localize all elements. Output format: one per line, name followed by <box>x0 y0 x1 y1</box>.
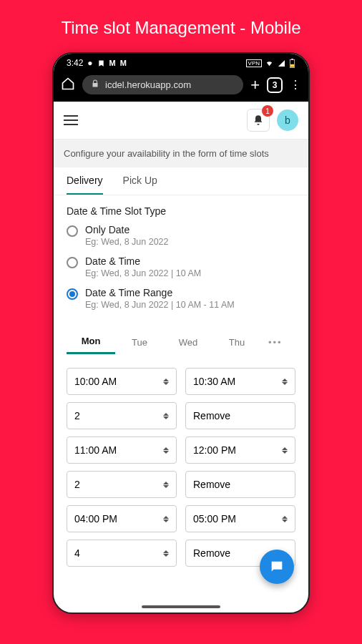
slot-remove-button[interactable]: Remove <box>185 402 295 429</box>
slot-end-value: 12:00 PM <box>193 444 236 456</box>
radio-icon <box>67 225 78 237</box>
browser-toolbar: icdel.herokuapp.com + 3 ⋮ <box>54 69 308 102</box>
bell-icon <box>253 114 264 126</box>
slot-qty-value: 4 <box>74 547 80 559</box>
info-strip: Configure your availability in the form … <box>54 140 308 167</box>
app-header: 1 b <box>54 102 308 140</box>
chat-icon <box>269 559 285 575</box>
phone-frame: 3:42 ● M M VPN <box>52 52 310 614</box>
day-tab-wed[interactable]: Wed <box>164 331 212 353</box>
stepper-icon <box>163 482 169 488</box>
radio-date-time-range[interactable]: Date & Time Range Eg: Wed, 8 Jun 2022 | … <box>67 287 295 310</box>
slot-end-value: 05:00 PM <box>193 513 236 525</box>
slot-qty-value: 2 <box>74 410 80 421</box>
slot-type-section: Date & Time Slot Type Only Date Eg: Wed,… <box>54 195 308 324</box>
day-tab-mon[interactable]: Mon <box>67 330 115 354</box>
slot-start-select[interactable]: 10:00 AM <box>67 368 177 395</box>
radio-label: Date & Time Range <box>85 287 235 298</box>
wifi-icon <box>265 59 274 67</box>
stepper-icon <box>163 379 169 385</box>
vpn-icon: VPN <box>246 59 262 67</box>
tab-pickup[interactable]: Pick Up <box>123 175 157 195</box>
stepper-icon <box>282 447 288 454</box>
slot-qty-input[interactable]: 2 <box>67 471 177 498</box>
bookmark-icon <box>97 59 105 67</box>
statusbar-time: 3:42 <box>67 58 83 68</box>
slot-start-select[interactable]: 04:00 PM <box>67 505 177 532</box>
notification-badge: 1 <box>262 105 273 117</box>
battery-icon <box>289 59 295 68</box>
radio-label: Date & Time <box>85 255 201 267</box>
stepper-icon <box>163 516 169 522</box>
radio-icon <box>67 257 78 268</box>
mail-icon: M <box>120 59 127 67</box>
signal-icon <box>277 59 286 67</box>
home-icon[interactable] <box>61 77 75 94</box>
radio-example: Eg: Wed, 8 Jun 2022 | 10 AM <box>85 268 201 278</box>
tab-count[interactable]: 3 <box>267 77 283 93</box>
slot-start-value: 04:00 PM <box>74 513 117 525</box>
statusbar: 3:42 ● M M VPN <box>54 54 308 69</box>
slot-start-value: 11:00 AM <box>74 444 117 456</box>
svg-rect-1 <box>291 59 293 59</box>
slot-start-select[interactable]: 11:00 AM <box>67 436 177 464</box>
dot-icon: ● <box>87 58 92 68</box>
home-indicator <box>142 605 220 608</box>
radio-example: Eg: Wed, 8 Jun 2022 <box>85 237 169 247</box>
primary-tabs: Delivery Pick Up <box>54 167 308 195</box>
radio-example: Eg: Wed, 8 Jun 2022 | 10 AM - 11 AM <box>85 300 235 310</box>
hamburger-menu-button[interactable] <box>64 115 78 125</box>
slot-end-select[interactable]: 12:00 PM <box>185 436 295 464</box>
slot-end-value: 10:30 AM <box>193 376 235 387</box>
day-tabs: Mon Tue Wed Thu ••• <box>54 324 308 355</box>
overflow-menu-icon[interactable]: ⋮ <box>290 78 301 92</box>
new-tab-icon[interactable]: + <box>250 77 260 93</box>
user-avatar[interactable]: b <box>277 109 298 131</box>
slot-remove-button[interactable]: Remove <box>185 471 295 498</box>
stepper-icon <box>163 447 169 454</box>
slot-type-title: Date & Time Slot Type <box>67 205 295 217</box>
url-bar[interactable]: icdel.herokuapp.com <box>82 75 243 94</box>
slots-list: 10:00 AM 10:30 AM 2 Remove 11:00 AM 12:0… <box>54 355 308 581</box>
slot-end-select[interactable]: 05:00 PM <box>185 505 295 532</box>
page-title: Time slot Management - Mobile <box>0 0 362 52</box>
slot-qty-input[interactable]: 2 <box>67 402 177 429</box>
slot-qty-value: 2 <box>74 479 80 490</box>
svg-rect-2 <box>290 64 294 67</box>
tab-delivery[interactable]: Delivery <box>67 175 103 195</box>
day-tab-thu[interactable]: Thu <box>212 331 261 353</box>
stepper-icon <box>163 413 169 419</box>
chat-fab[interactable] <box>260 550 294 584</box>
radio-icon <box>67 288 78 300</box>
radio-label: Only Date <box>85 224 169 235</box>
lock-icon <box>91 79 99 90</box>
stepper-icon <box>282 516 288 522</box>
slot-start-value: 10:00 AM <box>74 376 117 387</box>
slot-end-select[interactable]: 10:30 AM <box>185 368 295 395</box>
mail-icon: M <box>109 59 116 67</box>
notifications-button[interactable]: 1 <box>247 109 270 132</box>
day-tab-tue[interactable]: Tue <box>115 331 164 353</box>
url-text: icdel.herokuapp.com <box>105 79 191 90</box>
radio-only-date[interactable]: Only Date Eg: Wed, 8 Jun 2022 <box>67 224 295 247</box>
stepper-icon <box>163 550 169 557</box>
radio-date-time[interactable]: Date & Time Eg: Wed, 8 Jun 2022 | 10 AM <box>67 255 295 278</box>
stepper-icon <box>282 379 288 385</box>
day-tabs-more[interactable]: ••• <box>261 337 283 348</box>
slot-qty-input[interactable]: 4 <box>67 540 177 567</box>
